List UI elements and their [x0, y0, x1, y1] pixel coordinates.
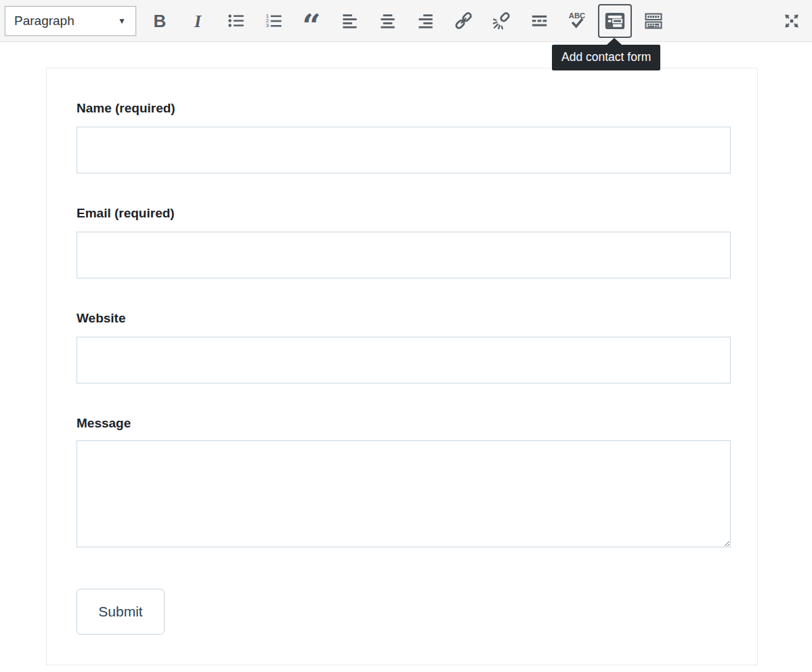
svg-text:ABC: ABC: [569, 11, 585, 19]
bulleted-list-icon: [227, 12, 245, 30]
editor-content-area[interactable]: Name (required) Email (required) Website…: [0, 42, 812, 665]
italic-button[interactable]: I: [184, 6, 211, 36]
bold-button[interactable]: B: [146, 6, 173, 36]
message-textarea[interactable]: [77, 440, 731, 547]
fullscreen-button[interactable]: [778, 6, 805, 36]
tooltip-text: Add contact form: [561, 50, 651, 64]
editor-toolbar: Paragraph ▼ B I 1 2 3 “: [0, 0, 812, 42]
unlink-icon: [492, 12, 511, 30]
align-center-button[interactable]: [374, 6, 401, 36]
numbered-list-icon: 1 2 3: [265, 12, 283, 30]
dropdown-arrow-icon: ▼: [118, 16, 126, 26]
link-button[interactable]: [450, 6, 477, 36]
message-field-label: Message: [77, 416, 729, 431]
svg-text:“: “: [302, 11, 320, 31]
format-dropdown-value: Paragraph: [14, 14, 74, 28]
italic-icon: I: [189, 12, 207, 30]
insert-more-tag-button[interactable]: [526, 6, 553, 36]
name-input[interactable]: [77, 127, 731, 173]
more-tag-icon: [530, 12, 549, 30]
add-contact-form-button[interactable]: [598, 4, 632, 38]
paragraph-format-dropdown[interactable]: Paragraph ▼: [5, 6, 136, 36]
blockquote-icon: “: [301, 11, 322, 31]
align-left-button[interactable]: [336, 6, 363, 36]
email-input[interactable]: [77, 232, 731, 278]
blockquote-button[interactable]: “: [298, 6, 325, 36]
align-right-icon: [416, 12, 435, 30]
email-field-label: Email (required): [77, 206, 729, 221]
svg-text:I: I: [194, 12, 202, 30]
spellcheck-icon: ABC: [567, 11, 587, 31]
contact-form-preview: Name (required) Email (required) Website…: [46, 68, 758, 665]
svg-text:3: 3: [265, 22, 269, 28]
bold-icon: B: [154, 12, 167, 30]
align-center-icon: [379, 12, 397, 30]
add-contact-form-tooltip: Add contact form: [552, 45, 660, 70]
bulleted-list-button[interactable]: [222, 6, 249, 36]
keyboard-icon: [643, 11, 664, 31]
website-field-label: Website: [77, 311, 729, 326]
contact-form-icon: [603, 9, 626, 33]
numbered-list-button[interactable]: 1 2 3: [260, 6, 287, 36]
website-input[interactable]: [77, 337, 731, 383]
link-icon: [454, 12, 473, 30]
align-left-icon: [341, 12, 359, 30]
spellcheck-button[interactable]: ABC: [563, 6, 591, 36]
name-field-label: Name (required): [77, 101, 729, 116]
toolbar-toggle-button[interactable]: [640, 6, 667, 36]
fullscreen-icon: [783, 12, 800, 30]
submit-button[interactable]: Submit: [77, 589, 165, 635]
unlink-button[interactable]: [488, 6, 515, 36]
align-right-button[interactable]: [412, 6, 439, 36]
